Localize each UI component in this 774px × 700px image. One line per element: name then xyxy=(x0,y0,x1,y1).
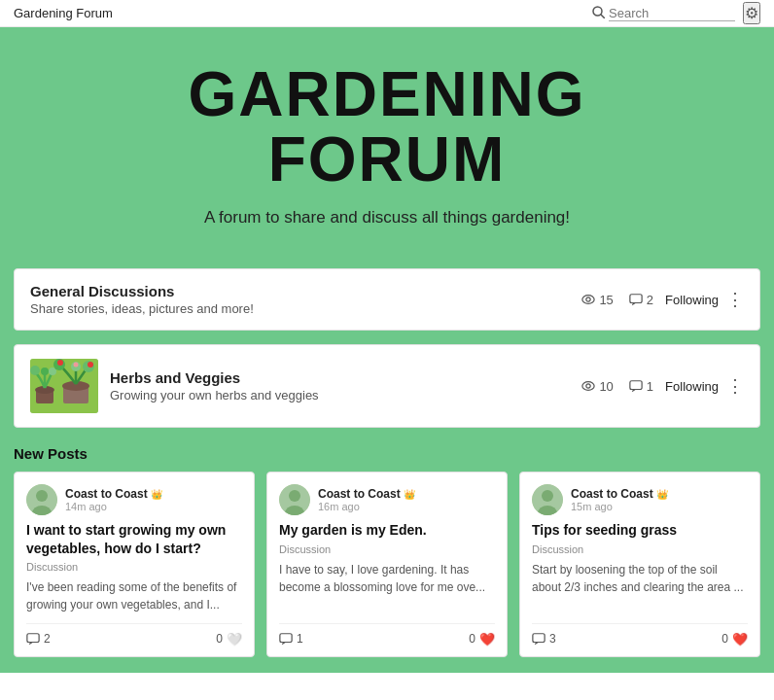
svg-point-10 xyxy=(41,368,49,375)
post-card-2[interactable]: Coast to Coast 👑 16m ago My garden is my… xyxy=(266,472,508,656)
post-category-2: Discussion xyxy=(279,543,495,555)
settings-button[interactable]: ⚙ xyxy=(743,2,760,24)
nav-title: Gardening Forum xyxy=(14,6,113,20)
svg-point-23 xyxy=(36,490,48,502)
forum-views-general: 15 xyxy=(581,293,613,307)
svg-point-8 xyxy=(30,366,40,375)
forum-card-herbs: Herbs and Veggies Growing your own herbs… xyxy=(14,344,760,428)
post-footer-2: 1 0 ❤️ xyxy=(279,623,495,647)
more-options-general[interactable]: ⋮ xyxy=(726,291,744,308)
forum-thumb-herbs xyxy=(30,359,98,413)
heart-icon-2[interactable]: ❤️ xyxy=(479,632,495,647)
new-posts-section: New Posts Coast to Coast 👑 14m ago xyxy=(0,432,774,672)
post-category-3: Discussion xyxy=(532,543,748,555)
author-avatar-1 xyxy=(26,484,57,515)
author-avatar-3 xyxy=(532,484,563,515)
post-comments-2: 1 xyxy=(279,632,303,646)
post-title-3: Tips for seeding grass xyxy=(532,521,748,539)
hero-section: GARDENING FORUM A forum to share and dis… xyxy=(0,27,774,255)
svg-rect-29 xyxy=(280,634,292,643)
svg-point-3 xyxy=(586,298,590,301)
forum-name-general: General Discussions xyxy=(30,283,570,299)
post-time-1: 14m ago xyxy=(65,501,162,512)
forum-desc-herbs: Growing your own herbs and veggies xyxy=(110,388,570,402)
heart-icon-3[interactable]: ❤️ xyxy=(732,632,748,647)
search-input[interactable] xyxy=(609,6,735,21)
svg-point-27 xyxy=(289,490,300,502)
author-info-2: Coast to Coast 👑 16m ago xyxy=(318,487,415,512)
post-excerpt-1: I've been reading some of the benefits o… xyxy=(26,578,242,613)
search-container xyxy=(592,6,735,21)
posts-grid: Coast to Coast 👑 14m ago I want to start… xyxy=(14,472,760,656)
post-footer-1: 2 0 🤍 xyxy=(26,623,242,647)
forum-meta-general: 15 2 xyxy=(581,293,653,307)
svg-rect-21 xyxy=(630,381,642,390)
new-posts-title: New Posts xyxy=(14,445,760,462)
hero-title: GARDENING FORUM xyxy=(19,62,755,192)
svg-line-1 xyxy=(601,15,605,18)
forum-thumb-image-herbs xyxy=(30,359,98,413)
author-avatar-2 xyxy=(279,484,310,515)
post-card-1[interactable]: Coast to Coast 👑 14m ago I want to start… xyxy=(14,472,255,656)
svg-point-18 xyxy=(74,363,79,368)
post-time-3: 15m ago xyxy=(571,501,668,512)
forums-container: General Discussions Share stories, ideas… xyxy=(0,255,774,432)
more-options-herbs[interactable]: ⋮ xyxy=(726,377,744,395)
author-info-1: Coast to Coast 👑 14m ago xyxy=(65,487,162,512)
following-button-herbs[interactable]: Following xyxy=(665,379,719,394)
post-excerpt-2: I have to say, I love gardening. It has … xyxy=(279,561,495,613)
post-category-1: Discussion xyxy=(26,561,242,573)
author-name-2: Coast to Coast 👑 xyxy=(318,487,415,501)
forum-comments-herbs: 1 xyxy=(629,379,653,394)
forum-actions-general: Following ⋮ xyxy=(665,291,744,308)
forum-info-herbs: Herbs and Veggies Growing your own herbs… xyxy=(110,369,570,402)
post-author-row-3: Coast to Coast 👑 15m ago xyxy=(532,484,748,515)
svg-point-2 xyxy=(582,296,594,304)
forum-desc-general: Share stories, ideas, pictures and more! xyxy=(30,301,570,316)
forum-name-herbs: Herbs and Veggies xyxy=(110,369,570,386)
following-button-general[interactable]: Following xyxy=(665,293,719,307)
search-icon xyxy=(592,6,605,21)
post-author-row-1: Coast to Coast 👑 14m ago xyxy=(26,484,242,515)
author-name-3: Coast to Coast 👑 xyxy=(571,487,668,501)
post-title-2: My garden is my Eden. xyxy=(279,521,495,539)
crown-icon-3: 👑 xyxy=(656,489,668,500)
forum-info-general: General Discussions Share stories, ideas… xyxy=(30,283,570,316)
crown-icon-1: 👑 xyxy=(151,489,162,500)
svg-rect-25 xyxy=(27,634,39,643)
post-likes-1: 0 🤍 xyxy=(216,632,242,647)
post-excerpt-3: Start by loosening the top of the soil a… xyxy=(532,561,748,613)
post-likes-2: 0 ❤️ xyxy=(469,632,495,647)
svg-point-19 xyxy=(582,382,594,391)
crown-icon-2: 👑 xyxy=(404,489,415,500)
forum-card-general: General Discussions Share stories, ideas… xyxy=(14,268,760,331)
post-comments-3: 3 xyxy=(532,632,556,646)
svg-point-31 xyxy=(542,490,553,502)
post-title-1: I want to start growing my own vegetable… xyxy=(26,521,242,556)
post-card-3[interactable]: Coast to Coast 👑 15m ago Tips for seedin… xyxy=(519,472,760,656)
author-info-3: Coast to Coast 👑 15m ago xyxy=(571,487,668,512)
heart-icon-1[interactable]: 🤍 xyxy=(227,632,242,647)
forum-actions-herbs: Following ⋮ xyxy=(665,377,744,395)
post-likes-3: 0 ❤️ xyxy=(721,632,748,647)
post-comments-1: 2 xyxy=(26,632,51,646)
post-time-2: 16m ago xyxy=(318,501,415,512)
svg-point-20 xyxy=(586,384,590,388)
post-footer-3: 3 0 ❤️ xyxy=(532,623,748,647)
post-author-row-2: Coast to Coast 👑 16m ago xyxy=(279,484,495,515)
svg-point-17 xyxy=(88,362,93,368)
forum-meta-herbs: 10 1 xyxy=(581,379,653,394)
svg-rect-33 xyxy=(533,634,545,643)
forum-comments-general: 2 xyxy=(629,293,653,307)
svg-point-16 xyxy=(57,360,63,366)
nav-right: ⚙ xyxy=(592,2,760,24)
hero-subtitle: A forum to share and discuss all things … xyxy=(19,208,755,228)
top-nav: Gardening Forum ⚙ xyxy=(0,0,774,27)
forum-views-herbs: 10 xyxy=(581,379,613,394)
author-name-1: Coast to Coast 👑 xyxy=(65,487,162,501)
svg-rect-4 xyxy=(630,295,642,303)
